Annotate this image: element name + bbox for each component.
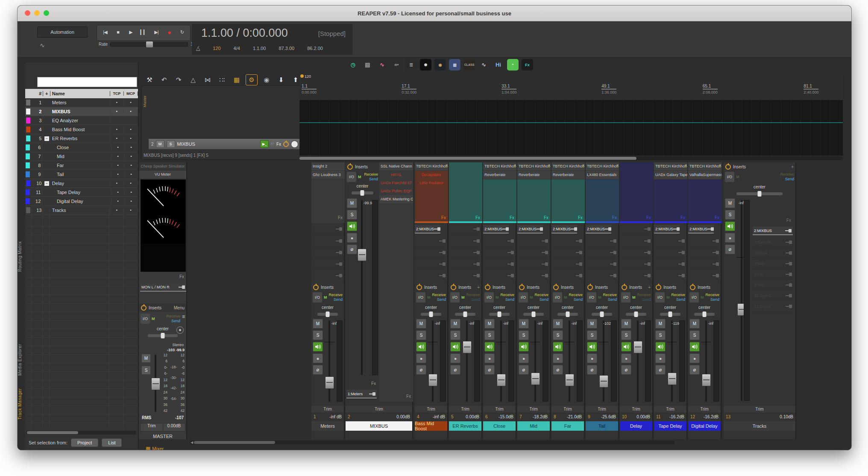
phase-icon[interactable]: ⌀ <box>655 365 666 375</box>
minimize-icon[interactable] <box>34 10 40 16</box>
metronome-icon[interactable]: △ <box>188 75 199 85</box>
record-arm-icon[interactable]: ● <box>725 233 735 243</box>
empty-send-slot[interactable] <box>311 259 344 270</box>
multichannel-flag[interactable]: M <box>427 295 431 300</box>
inserts-header[interactable]: Inserts+ <box>724 162 795 171</box>
inserts-header[interactable]: Inserts <box>551 283 584 291</box>
solo-button[interactable]: S <box>725 210 735 220</box>
go-to-end-button[interactable]: ▶| <box>150 26 162 38</box>
empty-send-slot[interactable] <box>483 270 516 281</box>
fader-track[interactable] <box>671 320 673 402</box>
fader-handle[interactable] <box>702 374 711 386</box>
receive-label[interactable]: Receive <box>157 314 180 319</box>
empty-send-slot[interactable] <box>415 270 447 281</box>
track-tcp-dot[interactable]: • <box>111 190 125 194</box>
inserts-power-icon[interactable] <box>313 285 319 290</box>
track-color-swatch[interactable] <box>25 109 31 115</box>
track-mcp-dot[interactable]: • <box>124 136 138 141</box>
track-color-swatch[interactable] <box>25 126 31 132</box>
fx-slot-reverberate[interactable]: Reverberate <box>517 171 551 179</box>
receive-label[interactable]: Receive <box>603 293 617 297</box>
multichannel-flag[interactable]: M <box>461 295 465 300</box>
pan-slider[interactable] <box>626 313 647 316</box>
fx-chain-area[interactable]: Insight 2Ghz Loudness 3Fx <box>311 162 345 223</box>
master-trim[interactable]: Trim0.00dB <box>140 423 185 432</box>
trim-row[interactable]: 12-16.2dB <box>688 413 721 420</box>
fx-slot-tbtech-kirchhoff-[interactable]: TBTECH Kirchhoff- <box>654 162 687 171</box>
trim-row[interactable]: 1-inf dB <box>311 413 344 420</box>
tempo-marker[interactable]: 120 <box>300 74 311 79</box>
solo-button[interactable]: S <box>450 330 460 340</box>
fx-slot-tbtech-kirchhoff-[interactable]: TBTECH Kirchhoff- <box>483 162 516 171</box>
pan-slider[interactable] <box>660 313 681 316</box>
empty-send-slot[interactable] <box>311 225 344 233</box>
fader-handle[interactable] <box>668 373 677 385</box>
empty-send-slot[interactable] <box>311 236 344 247</box>
mixer-tab[interactable]: ▦ Mixer <box>146 446 164 450</box>
empty-send-slot[interactable] <box>517 247 550 258</box>
io-button[interactable]: I/O <box>519 292 528 303</box>
multichannel-flag[interactable]: M <box>152 317 155 321</box>
record-arm-icon[interactable]: ● <box>313 353 323 363</box>
mute-button[interactable]: M <box>621 319 631 329</box>
send-label[interactable]: Send <box>672 297 686 302</box>
fader-track[interactable] <box>741 200 742 401</box>
grid-icon[interactable]: ▦ <box>231 75 242 85</box>
phase-icon[interactable]: ⌀ <box>621 365 631 375</box>
pan-slider[interactable] <box>694 313 715 316</box>
clock-routing-icon[interactable]: ◷ <box>347 59 359 71</box>
track-row-far[interactable]: 8Far•• <box>25 161 138 170</box>
track-name[interactable]: Digital Delay <box>49 199 111 204</box>
empty-send-slot[interactable] <box>586 270 618 281</box>
receive-label[interactable]: Receive <box>706 293 720 297</box>
fx-area-label[interactable]: Fx <box>544 215 548 220</box>
multichannel-flag[interactable]: M <box>701 295 704 300</box>
empty-send-slot[interactable] <box>688 247 721 258</box>
speaker-icon[interactable] <box>450 342 460 352</box>
metronome-mini-icon[interactable]: △̇ <box>196 45 200 51</box>
track-tcp-dot[interactable]: • <box>111 154 125 159</box>
io-button[interactable]: I/O <box>141 314 150 324</box>
speaker-icon[interactable] <box>689 342 700 352</box>
empty-send-slot[interactable] <box>415 259 447 270</box>
empty-send-slot[interactable] <box>688 270 721 281</box>
receive-label[interactable]: Receive <box>329 293 343 297</box>
solo-button[interactable]: S <box>655 330 666 340</box>
send-label[interactable]: Send <box>741 177 794 182</box>
channel-name[interactable]: Far <box>551 421 584 431</box>
pan-control[interactable]: center <box>449 305 481 316</box>
channel-name[interactable]: ER Reverbs <box>449 421 481 431</box>
track-name[interactable]: Delay <box>50 181 110 186</box>
track-row-meters[interactable]: 1Meters•• <box>25 98 138 107</box>
empty-send-slot[interactable] <box>620 270 652 281</box>
empty-send-slot[interactable] <box>620 247 652 258</box>
play-position[interactable]: 1.1.00 / 0:00.000 <box>201 26 288 40</box>
tcp-pan-knob[interactable] <box>291 141 298 148</box>
pan-control[interactable]: center <box>724 185 795 195</box>
multichannel-flag[interactable]: M <box>564 295 567 300</box>
inserts-power-icon[interactable] <box>347 164 353 170</box>
receive-label[interactable]: Receive <box>535 293 549 297</box>
mute-button[interactable]: M <box>689 319 700 329</box>
channel-name[interactable]: Close <box>483 421 516 431</box>
phase-icon[interactable]: ⌀ <box>347 244 357 254</box>
empty-send-slot[interactable] <box>654 247 686 258</box>
track-color-swatch[interactable] <box>25 144 31 150</box>
media-explorer-tab[interactable]: Media Explorer <box>18 338 25 381</box>
io-button[interactable]: I/O <box>450 292 460 303</box>
empty-send-slot[interactable] <box>483 236 516 247</box>
trim-row[interactable]: 20.00dB <box>346 413 412 420</box>
inserts-header[interactable]: Inserts <box>586 283 618 291</box>
multichannel-flag[interactable]: M <box>598 295 601 300</box>
send-button-2-mixbus[interactable]: 2:MIXBUS <box>654 225 680 233</box>
track-color-swatch[interactable] <box>25 180 31 186</box>
io-button[interactable]: I/O <box>553 292 562 303</box>
io-button[interactable]: I/O <box>725 172 734 182</box>
arrange-view[interactable] <box>299 100 843 156</box>
master-output-button[interactable]: MON L / MON R <box>140 283 186 291</box>
send-label[interactable]: Send <box>637 297 651 302</box>
green-burst-icon[interactable]: * <box>507 59 519 71</box>
trim-row[interactable]: 8-21.0dB <box>551 413 584 420</box>
empty-send-slot[interactable] <box>517 270 550 281</box>
mute-button[interactable]: M <box>553 319 563 329</box>
